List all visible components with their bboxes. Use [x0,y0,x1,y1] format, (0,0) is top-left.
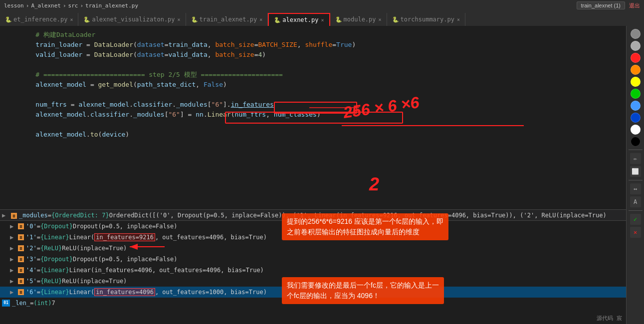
debug-item-1: ▶ ≡ '1' = {Linear} Linear(in_features=92… [0,232,626,243]
tab-train-alexnet[interactable]: 🐍 train_alexnet.py × [186,13,268,26]
sidebar-divider-2 [629,180,643,180]
x-tool[interactable]: ✕ [630,227,641,238]
arrow-btn-6[interactable]: ▶ [10,289,17,296]
close-icon-5[interactable]: × [457,17,460,22]
arrow-tool[interactable]: ↔ [630,183,641,194]
py-icon-1: 🐍 [83,16,89,22]
source-label: 源代码 宸 [597,315,622,322]
py-icon-3: 🐍 [274,17,280,23]
bc-file[interactable]: train_alexnet.py [85,2,138,9]
debug-icon-4: ≡ [18,267,24,273]
bc-alexnet[interactable]: A_alexnet [31,2,61,9]
sidebar-divider-1 [629,150,643,150]
debug-item-6: ▶ ≡ '6' = {Linear} Linear(in_features=40… [0,287,626,298]
run-button[interactable]: train_alexnet (1) [577,1,626,9]
debug-header-line: ▶ ≡ _modules = {OrderedDict: 7} OrderedD… [0,210,626,221]
close-icon-2[interactable]: × [259,17,262,22]
close-icon-1[interactable]: × [178,17,181,22]
arrow-btn-3[interactable]: ▶ [10,256,17,263]
code-area: # 构建DataLoader train_loader = DataLoader… [0,26,626,209]
debug-item-5: ▶ ≡ '5' = {ReLU} ReLU(inplace=True) [0,276,626,287]
debug-icon-5: ≡ [18,278,24,284]
tab-alexnet-active[interactable]: 🐍 alexnet.py × [268,13,330,26]
code-line-5: # ========================== step 2/5 模型… [0,70,626,80]
debug-item-3: ▶ ≡ '3' = {Dropout} Dropout(p=0.5, inpla… [0,254,626,265]
arrow-btn-5[interactable]: ▶ [10,278,17,285]
py-icon-5: 🐍 [392,16,398,22]
code-line-3: valid_loader = DataLoader(dataset=valid_… [0,50,626,60]
code-line-4 [0,60,626,70]
eraser-tool[interactable]: ⬜ [630,166,641,177]
color-yellow[interactable] [631,77,641,87]
arrow-btn-2[interactable]: ▶ [10,245,17,252]
close-icon-4[interactable]: × [379,17,382,22]
code-line-8: num_ftrs = alexnet_model.classifier._mod… [0,100,626,110]
py-icon-2: 🐍 [191,16,197,22]
breadcrumb: lesson › A_alexnet › src › train_alexnet… [4,2,138,9]
bc-lesson[interactable]: lesson [4,2,24,9]
debug-expand-modules[interactable]: ▶ [2,212,9,219]
tab-bar: 🐍 et_inference.py × 🐍 alexnet_visualizat… [0,11,644,26]
color-gray2[interactable] [631,41,641,51]
py-icon: 🐍 [5,16,11,22]
svg-text:2: 2 [369,174,379,194]
tab-alexnet-viz[interactable]: 🐍 alexnet_visualizaton.py × [78,13,186,26]
code-line-10 [0,120,626,130]
text-tool[interactable]: A [630,196,641,207]
pen-tool[interactable]: ✏️ [630,153,641,164]
debug-icon-1: ≡ [18,234,24,240]
debug-item-4: ▶ ≡ '4' = {Linear} Linear(in_features=40… [0,265,626,276]
check-tool[interactable]: ✓ [630,214,641,225]
code-line-6: alexnet_model = get_model(path_state_dic… [0,80,626,90]
exit-button[interactable]: 退出 [629,2,640,9]
color-orange[interactable] [631,65,641,75]
debug-item-len: 01 _len_ = (int) 7 [0,298,626,309]
color-gray1[interactable] [631,29,641,39]
bc-src[interactable]: src [68,2,78,9]
color-red[interactable] [631,53,641,63]
code-editor: # 构建DataLoader train_loader = DataLoader… [0,26,626,324]
color-black[interactable] [631,137,641,147]
debug-highlight-1: in_features=9216 [94,233,155,241]
close-icon-3[interactable]: × [321,17,324,23]
code-line-11: alexnet_model.to(device) [0,130,626,140]
arrow-btn-1[interactable]: ▶ [10,234,17,241]
arrow-btn-0[interactable]: ▶ [10,223,17,230]
top-bar: lesson › A_alexnet › src › train_alexnet… [0,0,644,11]
code-line-2: train_loader = DataLoader(dataset=train_… [0,40,626,50]
color-green[interactable] [631,89,641,99]
debug-icon-2: ≡ [18,245,24,251]
debug-item-2: ▶ ≡ '2' = {ReLU} ReLU(inplace=True) [0,243,626,254]
color-blue2[interactable] [631,113,641,123]
color-white[interactable] [631,125,641,135]
arrow-btn-4[interactable]: ▶ [10,267,17,274]
tab-module[interactable]: 🐍 module.py × [330,13,387,26]
tab-et-inference[interactable]: 🐍 et_inference.py × [0,13,78,26]
py-icon-4: 🐍 [335,16,341,22]
color-blue1[interactable] [631,101,641,111]
debug-panel: ▶ ≡ _modules = {OrderedDict: 7} OrderedD… [0,209,626,324]
debug-icon-main: ≡ [11,212,19,219]
top-bar-right: train_alexnet (1) 退出 [577,1,641,9]
debug-item-0: ▶ ≡ '0' = {Dropout} Dropout(p=0.5, inpla… [0,221,626,232]
debug-icon-6: ≡ [18,289,24,295]
sidebar-divider-3 [629,210,643,211]
debug-icon-0: ≡ [18,223,24,229]
code-line-7 [0,90,626,100]
close-icon-0[interactable]: × [70,17,73,22]
tab-torchsummary[interactable]: 🐍 torchsummary.py × [387,13,465,26]
debug-highlight-6: in_features=4096 [94,288,155,296]
code-line-1: # 构建DataLoader [0,30,626,40]
debug-icon-01: 01 [2,300,10,307]
right-sidebar: ✏️ ⬜ ↔ A ✓ ✕ [626,26,644,324]
debug-icon-3: ≡ [18,256,24,262]
main-area: # 构建DataLoader train_loader = DataLoader… [0,26,644,324]
code-line-9: alexnet_model.classifier._modules["6"] =… [0,110,626,120]
